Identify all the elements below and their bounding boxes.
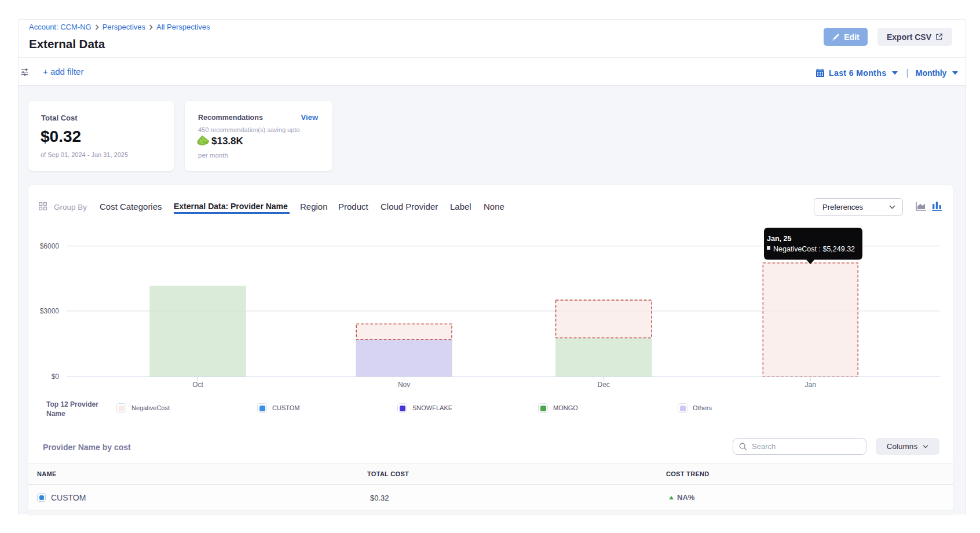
svg-text:Jan: Jan [805, 381, 816, 389]
svg-text:Oct: Oct [192, 381, 203, 389]
svg-text:NegativeCost : $5,249.32: NegativeCost : $5,249.32 [773, 245, 855, 253]
svg-text:$3000: $3000 [40, 307, 60, 315]
svg-text:Nov: Nov [398, 381, 410, 389]
svg-text:$6000: $6000 [40, 242, 60, 250]
svg-text:Jan, 25: Jan, 25 [767, 235, 791, 243]
svg-text:$0: $0 [52, 373, 60, 381]
svg-text:Dec: Dec [598, 381, 610, 389]
